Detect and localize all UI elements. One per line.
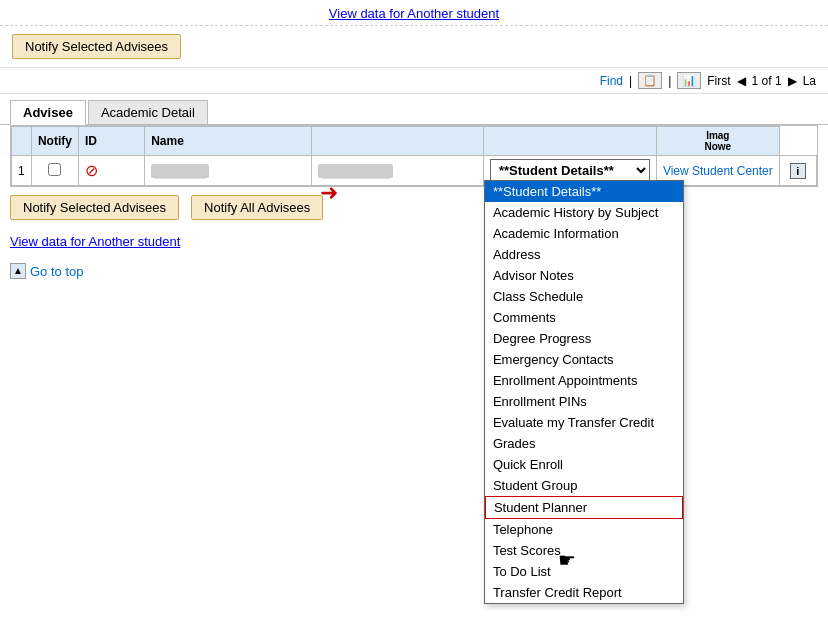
row-num-cell: 1 [12, 156, 32, 186]
student-details-dropdown-cell: **Student Details** **Student Details** … [483, 156, 656, 186]
dropdown-item-13[interactable]: Quick Enroll [485, 454, 683, 475]
notify-checkbox[interactable] [48, 163, 61, 176]
view-another-top-link[interactable]: View data for Another student [329, 6, 499, 21]
advisee-table-container: Notify ID Name ImagNowe 1 ⊘ [10, 125, 818, 187]
table-row: 1 ⊘ ██████ ████████ [12, 156, 817, 186]
col-header-dropdown [312, 127, 484, 156]
page-info: 1 of 1 [752, 74, 782, 88]
col-header-num [12, 127, 32, 156]
notify-selected-bottom-button[interactable]: Notify Selected Advisees [10, 195, 179, 220]
student-details-select[interactable]: **Student Details** [490, 159, 650, 182]
col-header-action [483, 127, 656, 156]
next-icon[interactable]: ▶ [788, 74, 797, 88]
pagination-bar: Find | 📋 | 📊 First ◀ 1 of 1 ▶ La [0, 68, 828, 94]
notify-checkbox-cell[interactable] [31, 156, 78, 186]
dropdown-item-5[interactable]: Class Schedule [485, 286, 683, 307]
dropdown-item-11[interactable]: Evaluate my Transfer Credit [485, 412, 683, 433]
dropdown-overlay: **Student Details** Academic History by … [484, 180, 684, 604]
dropdown-item-16[interactable]: Telephone [485, 519, 683, 540]
advisee-table: Notify ID Name ImagNowe 1 ⊘ [11, 126, 817, 186]
notify-all-button[interactable]: Notify All Advisees [191, 195, 323, 220]
deny-icon-cell: ⊘ [78, 156, 144, 186]
pagination-icon-2[interactable]: 📊 [677, 72, 701, 89]
student-id: ██████ [151, 164, 209, 178]
dropdown-item-3[interactable]: Address [485, 244, 683, 265]
dropdown-item-2[interactable]: Academic Information [485, 223, 683, 244]
col-header-img: ImagNowe [656, 127, 779, 156]
top-link-bar: View data for Another student [0, 0, 828, 26]
go-to-top-link[interactable]: Go to top [30, 264, 83, 279]
dropdown-item-4[interactable]: Advisor Notes [485, 265, 683, 286]
find-link[interactable]: Find [600, 74, 623, 88]
tab-academic-detail[interactable]: Academic Detail [88, 100, 208, 124]
dropdown-item-18[interactable]: To Do List [485, 561, 683, 582]
tab-advisee[interactable]: Advisee [10, 100, 86, 125]
col-header-id: ID [78, 127, 144, 156]
separator-2: | [668, 74, 671, 88]
notify-selected-top-button[interactable]: Notify Selected Advisees [12, 34, 181, 59]
info-icon-cell: i [779, 156, 816, 186]
dropdown-item-17[interactable]: Test Scores [485, 540, 683, 561]
student-id-cell: ██████ [145, 156, 312, 186]
bottom-buttons-bar: Notify Selected Advisees Notify All Advi… [0, 187, 828, 228]
last-label: La [803, 74, 816, 88]
prev-icon[interactable]: ◀ [737, 74, 746, 88]
toolbar: Notify Selected Advisees [0, 26, 828, 68]
deny-icon: ⊘ [85, 161, 98, 180]
dropdown-item-14[interactable]: Student Group [485, 475, 683, 496]
view-student-center-link[interactable]: View Student Center [663, 164, 773, 178]
dropdown-item-12[interactable]: Grades [485, 433, 683, 454]
dropdown-item-9[interactable]: Enrollment Appointments [485, 370, 683, 391]
dropdown-wrapper: **Student Details** [490, 159, 650, 182]
first-label: First [707, 74, 730, 88]
tabs-bar: Advisee Academic Detail [0, 94, 828, 125]
dropdown-item-6[interactable]: Comments [485, 307, 683, 328]
view-another-bottom-container: View data for Another student [0, 228, 828, 255]
view-another-bottom-link[interactable]: View data for Another student [10, 234, 180, 249]
dropdown-item-7[interactable]: Degree Progress [485, 328, 683, 349]
col-header-notify: Notify [31, 127, 78, 156]
dropdown-item-15[interactable]: Student Planner [485, 496, 683, 519]
col-header-name: Name [145, 127, 312, 156]
info-icon[interactable]: i [790, 163, 806, 179]
dropdown-item-19[interactable]: Transfer Credit Report [485, 582, 683, 603]
pagination-icon-1[interactable]: 📋 [638, 72, 662, 89]
separator-1: | [629, 74, 632, 88]
dropdown-item-10[interactable]: Enrollment PINs [485, 391, 683, 412]
dropdown-item-0[interactable]: **Student Details** [485, 181, 683, 202]
student-name: ████████ [318, 164, 393, 178]
go-to-top-container: ▲ Go to top [0, 255, 828, 287]
student-name-cell: ████████ [312, 156, 484, 186]
dropdown-item-8[interactable]: Emergency Contacts [485, 349, 683, 370]
go-to-top-icon[interactable]: ▲ [10, 263, 26, 279]
dropdown-item-1[interactable]: Academic History by Subject [485, 202, 683, 223]
